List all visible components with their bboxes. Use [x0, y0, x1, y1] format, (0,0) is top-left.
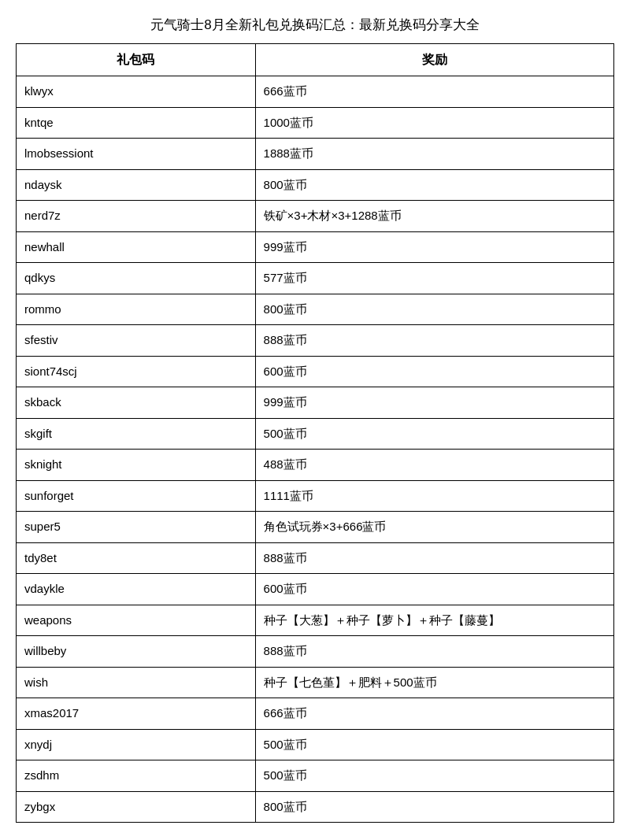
cell-code: tdy8et [17, 542, 256, 574]
cell-code: klwyx [17, 76, 256, 108]
cell-code: weapons [17, 605, 256, 636]
cell-code: wish [17, 667, 256, 698]
cell-reward: 800蓝币 [255, 791, 613, 823]
cell-code: newhall [17, 231, 256, 263]
cell-code: siont74scj [17, 356, 256, 387]
table-row: vdaykle600蓝币 [17, 574, 614, 605]
cell-code: kntqe [17, 107, 256, 139]
table-row: klwyx666蓝币 [17, 76, 614, 108]
cell-reward: 600蓝币 [255, 574, 613, 605]
table-row: skgift500蓝币 [17, 418, 614, 450]
cell-code: vdaykle [17, 574, 256, 605]
codes-table: 礼包码 奖励 klwyx666蓝币kntqe1000蓝币lmobsessiont… [16, 43, 614, 823]
table-row: wish种子【七色堇】＋肥料＋500蓝币 [17, 667, 614, 698]
cell-reward: 999蓝币 [255, 231, 613, 263]
cell-code: zsdhm [17, 760, 256, 792]
cell-reward: 铁矿×3+木材×3+1288蓝币 [255, 201, 613, 232]
table-row: nerd7z铁矿×3+木材×3+1288蓝币 [17, 201, 614, 232]
cell-reward: 888蓝币 [255, 636, 613, 668]
cell-reward: 1111蓝币 [255, 480, 613, 512]
table-row: ndaysk800蓝币 [17, 169, 614, 201]
table-row: weapons种子【大葱】＋种子【萝卜】＋种子【藤蔓】 [17, 605, 614, 636]
table-row: kntqe1000蓝币 [17, 107, 614, 139]
cell-reward: 600蓝币 [255, 356, 613, 387]
col-header-code: 礼包码 [17, 44, 256, 76]
cell-reward: 种子【七色堇】＋肥料＋500蓝币 [255, 667, 613, 698]
table-row: skback999蓝币 [17, 387, 614, 419]
table-row: willbeby888蓝币 [17, 636, 614, 668]
cell-reward: 1888蓝币 [255, 139, 613, 170]
table-row: xnydj500蓝币 [17, 729, 614, 760]
cell-reward: 666蓝币 [255, 76, 613, 108]
cell-code: skgift [17, 418, 256, 450]
cell-reward: 999蓝币 [255, 387, 613, 419]
cell-code: lmobsessiont [17, 139, 256, 170]
cell-reward: 800蓝币 [255, 169, 613, 201]
cell-code: xmas2017 [17, 698, 256, 730]
cell-reward: 种子【大葱】＋种子【萝卜】＋种子【藤蔓】 [255, 605, 613, 636]
cell-reward: 666蓝币 [255, 698, 613, 730]
col-header-reward: 奖励 [255, 44, 613, 76]
cell-code: sknight [17, 450, 256, 481]
table-row: sfestiv888蓝币 [17, 325, 614, 357]
table-row: rommo800蓝币 [17, 294, 614, 325]
cell-code: rommo [17, 294, 256, 325]
table-row: super5角色试玩券×3+666蓝币 [17, 512, 614, 543]
table-row: siont74scj600蓝币 [17, 356, 614, 387]
cell-code: qdkys [17, 263, 256, 294]
cell-code: sfestiv [17, 325, 256, 357]
cell-reward: 500蓝币 [255, 760, 613, 792]
cell-code: skback [17, 387, 256, 419]
table-row: zsdhm500蓝币 [17, 760, 614, 792]
table-row: sunforget1111蓝币 [17, 480, 614, 512]
cell-code: nerd7z [17, 201, 256, 232]
table-header-row: 礼包码 奖励 [17, 44, 614, 76]
cell-reward: 500蓝币 [255, 729, 613, 760]
table-row: qdkys577蓝币 [17, 263, 614, 294]
cell-code: willbeby [17, 636, 256, 668]
table-row: sknight488蓝币 [17, 450, 614, 481]
cell-reward: 888蓝币 [255, 325, 613, 357]
cell-reward: 488蓝币 [255, 450, 613, 481]
cell-code: ndaysk [17, 169, 256, 201]
table-row: newhall999蓝币 [17, 231, 614, 263]
cell-reward: 500蓝币 [255, 418, 613, 450]
cell-code: sunforget [17, 480, 256, 512]
cell-reward: 800蓝币 [255, 294, 613, 325]
cell-code: super5 [17, 512, 256, 543]
cell-reward: 1000蓝币 [255, 107, 613, 139]
cell-reward: 888蓝币 [255, 542, 613, 574]
cell-code: xnydj [17, 729, 256, 760]
page-title: 元气骑士8月全新礼包兑换码汇总：最新兑换码分享大全 [16, 8, 614, 43]
table-body: klwyx666蓝币kntqe1000蓝币lmobsessiont1888蓝币n… [17, 76, 614, 823]
table-row: tdy8et888蓝币 [17, 542, 614, 574]
table-row: lmobsessiont1888蓝币 [17, 139, 614, 170]
page-container: 元气骑士8月全新礼包兑换码汇总：最新兑换码分享大全 礼包码 奖励 klwyx66… [0, 0, 630, 840]
table-row: zybgx800蓝币 [17, 791, 614, 823]
cell-code: zybgx [17, 791, 256, 823]
cell-reward: 角色试玩券×3+666蓝币 [255, 512, 613, 543]
table-row: xmas2017666蓝币 [17, 698, 614, 730]
cell-reward: 577蓝币 [255, 263, 613, 294]
